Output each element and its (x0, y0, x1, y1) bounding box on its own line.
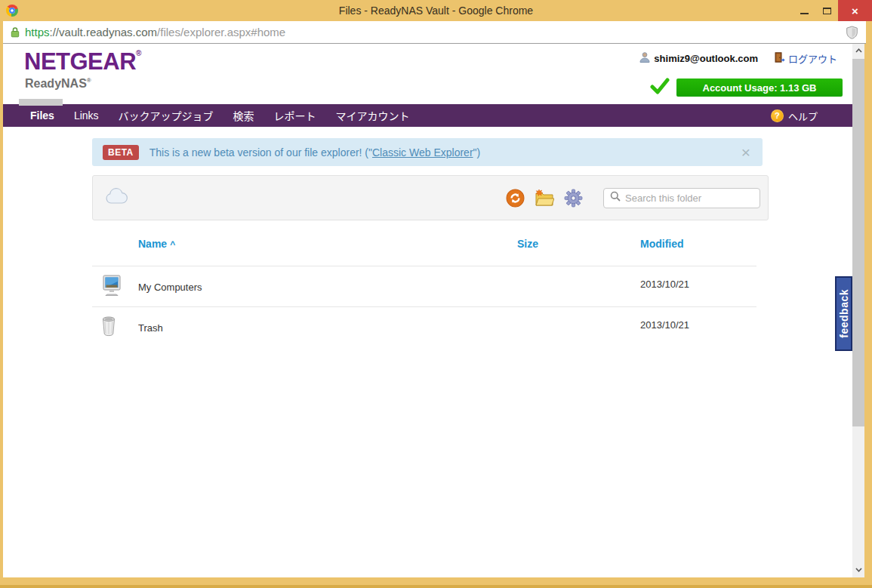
close-button[interactable]: × (838, 0, 872, 21)
banner-close-icon[interactable]: × (741, 144, 750, 160)
titlebar: Files - ReadyNAS Vault - Google Chrome × (0, 0, 872, 21)
scroll-down-arrow[interactable] (852, 563, 864, 577)
minimize-icon (800, 13, 809, 14)
file-name: Trash (138, 322, 163, 334)
main-nav: Files Links バックアップジョブ 検索 レポート マイアカウント ? … (3, 104, 852, 127)
account-usage-button[interactable]: Account Usage: 1.13 GB (676, 79, 843, 97)
check-icon (650, 78, 670, 97)
column-header-modified[interactable]: Modified (640, 238, 684, 250)
trash-icon (101, 316, 116, 340)
column-header-size[interactable]: Size (517, 238, 538, 250)
logout-label: ログアウト (788, 51, 837, 66)
user-email: shimiz9@outlook.com (654, 53, 758, 64)
maximize-button[interactable] (815, 0, 838, 21)
nav-item-search[interactable]: 検索 (233, 108, 254, 123)
browser-window: Files - ReadyNAS Vault - Google Chrome ×… (0, 0, 872, 588)
shield-icon[interactable] (846, 26, 858, 39)
chrome-icon (6, 5, 18, 17)
maximize-icon (823, 8, 831, 14)
door-icon (775, 52, 785, 65)
nav-item-my-account[interactable]: マイアカウント (336, 108, 410, 123)
sort-asc-icon: ^ (170, 239, 175, 250)
help-label: ヘルプ (788, 109, 818, 123)
file-modified: 2013/10/21 (640, 279, 689, 290)
search-icon (610, 191, 621, 205)
nav-item-reports[interactable]: レポート (274, 108, 316, 123)
help-link[interactable]: ? ヘルプ (771, 109, 818, 123)
nav-item-links[interactable]: Links (74, 109, 99, 122)
search-input[interactable] (625, 192, 753, 204)
nav-item-files[interactable]: Files (30, 109, 54, 122)
beta-banner: BETA This is a new beta version of our f… (92, 138, 763, 166)
file-table-header: Name^ Size Modified (92, 220, 756, 266)
window-title: Files - ReadyNAS Vault - Google Chrome (0, 5, 872, 17)
folder-search-box[interactable] (603, 188, 760, 208)
user-icon (639, 52, 650, 65)
site-header: NETGEAR® ReadyNAS® shimiz9@outlook.com ロ… (3, 44, 852, 104)
explorer-toolbar (92, 175, 769, 220)
settings-gear-button[interactable] (564, 189, 583, 208)
help-icon: ? (771, 109, 784, 122)
file-table: Name^ Size Modified My Computers 2013/10… (92, 220, 756, 348)
user-account: shimiz9@outlook.com (639, 52, 758, 65)
vertical-scrollbar[interactable] (852, 44, 864, 577)
file-name: My Computers (138, 281, 202, 292)
scrollbar-thumb[interactable] (852, 59, 864, 426)
computer-icon (101, 275, 122, 299)
refresh-button[interactable] (506, 189, 525, 208)
column-header-name[interactable]: Name^ (138, 238, 175, 250)
feedback-tab[interactable]: feedback (835, 276, 852, 351)
window-border (0, 585, 872, 588)
readynas-label: ReadyNAS® (25, 77, 91, 91)
netgear-logo: NETGEAR® (24, 48, 141, 75)
feedback-label: feedback (838, 289, 850, 338)
page-viewport: NETGEAR® ReadyNAS® shimiz9@outlook.com ロ… (3, 44, 864, 577)
minimize-button[interactable] (793, 0, 815, 21)
cloud-home-icon[interactable] (104, 188, 128, 208)
file-modified: 2013/10/21 (640, 319, 689, 331)
table-row-my-computers[interactable]: My Computers 2013/10/21 (92, 266, 756, 307)
beta-banner-text: This is a new beta version of our file e… (149, 146, 741, 159)
logout-link[interactable]: ログアウト (775, 51, 837, 66)
table-row-trash[interactable]: Trash 2013/10/21 (92, 307, 756, 348)
classic-web-explorer-link[interactable]: Classic Web Explorer (372, 146, 473, 159)
lock-icon (11, 26, 20, 38)
url-text: https://vault.readynas.com/files/explore… (25, 26, 285, 38)
nav-item-backup-jobs[interactable]: バックアップジョブ (119, 108, 214, 123)
address-bar[interactable]: https://vault.readynas.com/files/explore… (3, 21, 866, 44)
new-folder-button[interactable] (535, 189, 554, 207)
active-tab-indicator (19, 99, 63, 106)
scroll-up-arrow[interactable] (852, 44, 864, 57)
beta-badge: BETA (103, 145, 139, 160)
